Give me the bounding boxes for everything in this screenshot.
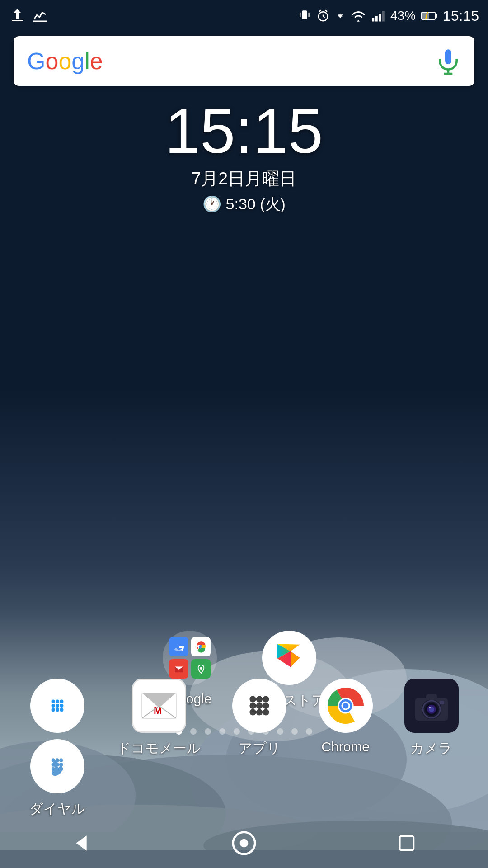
back-icon	[70, 832, 93, 854]
status-right-icons: 43% 15:15	[298, 8, 479, 24]
svg-rect-14	[302, 10, 307, 19]
nav-recents-button[interactable]	[391, 827, 422, 859]
svg-point-37	[56, 700, 59, 703]
google-search-bar[interactable]: Google	[14, 36, 474, 86]
dial-icon-svg	[41, 750, 74, 783]
status-bar: 43% 15:15	[0, 0, 488, 32]
mic-icon[interactable]	[436, 48, 461, 74]
google-g: G	[27, 48, 45, 74]
dock-chrome-app[interactable]: Chrome	[319, 679, 373, 755]
svg-point-44	[60, 708, 63, 712]
dock-apps-app[interactable]: アプリ	[232, 679, 286, 758]
dial-label: ダイヤル	[29, 800, 85, 818]
home-icon	[231, 830, 257, 856]
svg-point-63	[250, 703, 256, 709]
apps-icon-container	[232, 679, 286, 733]
google-logo-text: Google	[27, 47, 103, 75]
clock-time: 15:15	[0, 99, 488, 163]
svg-point-66	[250, 709, 256, 715]
nav-home-button[interactable]	[228, 827, 260, 859]
svg-line-21	[325, 10, 327, 12]
data-saver-icon	[335, 9, 345, 22]
svg-point-85	[240, 839, 249, 848]
svg-point-41	[60, 704, 63, 708]
apps-label: アプリ	[239, 739, 281, 758]
clock-widget: 15:15 7月2日月曜日 🕐 5:30 (火)	[0, 99, 488, 215]
svg-rect-16	[308, 13, 309, 18]
mail-icon-svg: M	[141, 692, 177, 719]
folder-gmail-icon	[169, 659, 188, 679]
svg-rect-13	[33, 21, 47, 22]
mail-icon-container: M	[132, 679, 186, 733]
svg-rect-26	[379, 14, 381, 22]
google-e: e	[90, 48, 103, 74]
svg-rect-82	[440, 701, 444, 704]
svg-point-65	[263, 703, 269, 709]
mail-label: ドコモメール	[117, 739, 201, 758]
folder-chrome-icon	[191, 637, 211, 656]
svg-point-73	[343, 703, 348, 709]
google-g2: g	[71, 48, 84, 74]
dock-dial-app[interactable]: ダイヤル	[29, 679, 85, 818]
svg-line-19	[323, 16, 325, 18]
alarm-icon	[316, 9, 330, 23]
apps-icon-svg	[243, 689, 276, 722]
svg-rect-24	[372, 18, 374, 22]
chrome-icon-container	[319, 679, 373, 733]
dock-mail-app[interactable]: M ドコモメール	[117, 679, 201, 758]
svg-point-39	[52, 704, 55, 708]
svg-point-43	[56, 708, 59, 712]
svg-rect-15	[300, 13, 300, 18]
svg-point-67	[256, 709, 263, 715]
upload-icon	[9, 8, 25, 24]
svg-point-34	[200, 667, 202, 670]
svg-point-80	[429, 707, 431, 708]
svg-rect-81	[426, 694, 437, 700]
nav-bar	[0, 818, 488, 868]
svg-point-40	[56, 704, 59, 708]
wifi-icon	[351, 9, 366, 23]
svg-rect-27	[382, 11, 385, 22]
dial-icon	[30, 679, 84, 733]
dock: ダイヤル M ドコモメール	[0, 679, 488, 818]
svg-line-20	[319, 10, 321, 12]
svg-point-68	[263, 709, 269, 715]
svg-point-47	[59, 758, 63, 762]
chart-icon	[32, 8, 48, 24]
nav-back-button[interactable]	[66, 827, 97, 859]
svg-rect-29	[435, 14, 437, 18]
camera-label: カメラ	[410, 739, 452, 758]
google-folder-icon	[163, 631, 217, 685]
battery-icon	[421, 10, 437, 22]
svg-point-38	[60, 700, 63, 703]
play-store-icon	[262, 631, 316, 685]
svg-point-36	[52, 700, 55, 703]
svg-marker-83	[76, 835, 86, 850]
status-time: 15:15	[443, 8, 479, 24]
camera-icon-container	[404, 679, 459, 733]
recents-icon	[396, 833, 417, 854]
svg-point-61	[256, 696, 263, 702]
status-left-icons	[9, 8, 48, 24]
folder-maps-icon	[191, 659, 211, 679]
chrome-icon-svg	[328, 688, 364, 724]
svg-rect-86	[400, 836, 414, 850]
svg-rect-25	[375, 16, 378, 22]
svg-point-60	[250, 696, 256, 702]
svg-point-62	[263, 696, 269, 702]
svg-point-64	[256, 703, 263, 709]
clock-date: 7月2日月曜日	[0, 167, 488, 190]
signal-icon	[371, 9, 385, 23]
folder-google-icon	[169, 637, 188, 656]
google-o2: o	[58, 48, 71, 74]
svg-point-42	[52, 708, 55, 712]
svg-rect-12	[12, 20, 23, 21]
dock-camera-app[interactable]: カメラ	[404, 679, 459, 758]
vibrate-icon	[298, 9, 311, 23]
google-l: l	[84, 48, 90, 74]
chrome-label: Chrome	[321, 739, 370, 755]
camera-icon-svg	[413, 689, 450, 723]
battery-percent: 43%	[390, 9, 416, 23]
clock-alarm: 🕐 5:30 (火)	[0, 194, 488, 215]
dial-icon-container	[30, 739, 84, 793]
